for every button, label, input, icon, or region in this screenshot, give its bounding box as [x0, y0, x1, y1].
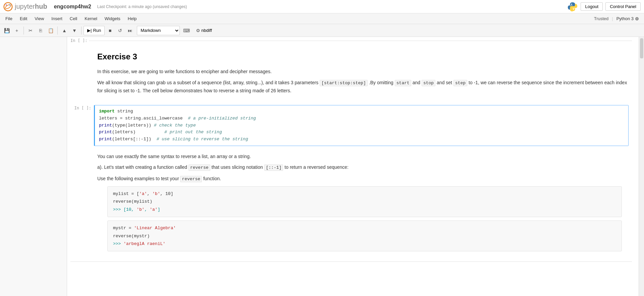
example1-line1: mylist = ['a', 'b', 10] [113, 190, 616, 198]
code-cell-1-box[interactable]: import string letters = string.ascii_low… [94, 105, 629, 146]
svg-point-2 [6, 4, 7, 6]
jupyter-word: jupyter [15, 3, 35, 10]
code-line-3: print(type(letters)) # check the type [99, 122, 624, 129]
code-line-2: letters = string.ascii_lowercase # a pre… [99, 115, 624, 122]
control-panel-button[interactable]: Control Panel [605, 2, 641, 11]
bottom-cell-bar [67, 260, 639, 262]
example2-line1: mystr = 'Linear Algebra' [113, 224, 616, 232]
para2-code3: stop [422, 80, 435, 86]
paste-button[interactable]: 📋 [46, 26, 55, 35]
separator: | [612, 16, 613, 21]
scrollbar-thumb[interactable] [640, 38, 643, 58]
logout-button[interactable]: Logout [581, 2, 603, 11]
top-in-label: In [ ]: [70, 38, 88, 43]
checkpoint-info: Last Checkpoint: a minute ago (unsaved c… [97, 4, 187, 9]
para3-body: You can use exactly the same syntax to r… [94, 150, 639, 255]
menu-help[interactable]: Help [124, 15, 140, 22]
example-block-2: mystr = 'Linear Algebra' reverse(mystr) … [107, 220, 622, 251]
nbdiff-icon: ⊙ [196, 28, 200, 33]
nbdiff-label: nbdiff [201, 28, 212, 33]
hub-word: hub [35, 3, 47, 10]
trusted-label: Trusted [594, 16, 609, 21]
para2-code1: [start:stop:step] [320, 80, 368, 86]
kernel-info: Python 3 [616, 16, 639, 21]
kernel-status-dot [635, 17, 639, 20]
svg-point-3 [9, 4, 11, 6]
run-icon: ▶| [87, 28, 92, 33]
para2-after: and set [437, 80, 452, 85]
stop-button[interactable]: ■ [105, 26, 115, 35]
scrollbar-area [639, 37, 644, 296]
toolbar-separator-2 [57, 27, 58, 35]
add-cell-button[interactable]: + [12, 26, 21, 35]
save-button[interactable]: 💾 [2, 26, 11, 35]
example2-line3: >>> 'arbeglA raeniL' [113, 240, 616, 248]
run-button[interactable]: ▶| Run [84, 26, 105, 35]
para2-code2: start [395, 80, 411, 86]
top-bar-right: Logout Control Panel [567, 1, 641, 12]
code-line-5: print(letters[::-1]) # use slicing to re… [99, 136, 624, 143]
nbdiff-button[interactable]: ⊙ nbdiff [193, 26, 215, 35]
code-content-1[interactable]: import string letters = string.ascii_low… [95, 105, 628, 146]
move-up-button[interactable]: ▲ [60, 26, 69, 35]
notebook-content[interactable]: In [ ]: Exercise 3 In this exercise, we … [67, 37, 639, 296]
para5: Use the following examples to test your … [97, 175, 629, 183]
toolbar: 💾 + ✂ ⎘ 📋 ▲ ▼ ▶| Run ■ ↺ ⏭ Markdown Code… [0, 24, 644, 37]
exercise-cell: Exercise 3 In this exercise, we are goin… [67, 43, 639, 102]
para4-c: to return a reversed sequence: [284, 164, 348, 170]
copy-button[interactable]: ⎘ [36, 26, 45, 35]
para5-code: reverse [180, 176, 202, 182]
top-in-bar [89, 41, 632, 41]
toolbar-separator-1 [23, 27, 24, 35]
para4-b: that uses slicing notation [211, 164, 263, 170]
para2-before: We all know that slicing can grab us a s… [97, 80, 318, 85]
para2: We all know that slicing can grab us a s… [97, 79, 629, 94]
para4-code2: [::-1] [264, 164, 283, 171]
example1-line3: >>> [10, 'b', 'a'] [113, 206, 616, 213]
code-cell-1[interactable]: In [ ]: import string letters = string.a… [67, 102, 639, 149]
jupyter-logo-icon [3, 2, 13, 11]
logo-area: jupyterhub [3, 2, 47, 11]
menu-edit[interactable]: Edit [16, 15, 31, 22]
para1: In this exercise, we are going to write … [97, 68, 629, 75]
menu-cell[interactable]: Cell [66, 15, 80, 22]
menu-bar-right: Trusted | Python 3 [594, 16, 642, 21]
cell-label-empty [67, 44, 94, 46]
menu-view[interactable]: View [31, 15, 47, 22]
para4-code1: reverse [189, 164, 210, 171]
menu-kernel[interactable]: Kernel [81, 15, 101, 22]
restart-run-button[interactable]: ⏭ [125, 26, 135, 35]
bottom-bar-line [70, 261, 632, 262]
cell-type-select[interactable]: Markdown Code Raw NBConvert Heading [137, 26, 180, 35]
para2-mid: .By omitting [369, 80, 393, 85]
move-down-button[interactable]: ▼ [70, 26, 79, 35]
top-bar: jupyterhub engcomp4hw2 Last Checkpoint: … [0, 0, 644, 13]
kernel-name: Python 3 [616, 16, 634, 21]
cut-button[interactable]: ✂ [26, 26, 35, 35]
menu-insert[interactable]: Insert [48, 15, 66, 22]
para3-text: You can use exactly the same syntax to r… [97, 153, 629, 160]
python-icon [567, 1, 578, 12]
code-cell-1-label: In [ ]: [67, 104, 94, 110]
example2-line2: reverse(mystr) [113, 232, 616, 240]
restart-button[interactable]: ↺ [115, 26, 125, 35]
menu-file[interactable]: File [2, 15, 16, 22]
para4: a). Let's start with creating a function… [97, 163, 629, 171]
para2-and: and [413, 80, 420, 85]
para5-b: function. [203, 176, 221, 181]
code-line-1: import string [99, 108, 624, 115]
example1-line2: reverse(mylist) [113, 198, 616, 205]
para4-a: a). Let's start with creating a function… [97, 164, 187, 170]
exercise-heading: Exercise 3 [97, 50, 629, 63]
menu-widgets[interactable]: Widgets [101, 15, 124, 22]
toolbar-separator-3 [81, 27, 82, 35]
para2-code4: step [453, 80, 467, 86]
code-line-4: print(letters) # print out the string [99, 129, 624, 136]
keyboard-shortcuts-button[interactable]: ⌨ [182, 26, 191, 35]
example-block-1: mylist = ['a', 'b', 10] reverse(mylist) … [107, 186, 622, 217]
code-cell-1-body[interactable]: import string letters = string.ascii_low… [94, 104, 639, 147]
menu-bar: File Edit View Insert Cell Kernel Widget… [0, 13, 644, 24]
exercise-markdown-body: Exercise 3 In this exercise, we are goin… [94, 44, 639, 101]
run-label: Run [93, 28, 101, 33]
notebook-title[interactable]: engcomp4hw2 [54, 4, 91, 10]
